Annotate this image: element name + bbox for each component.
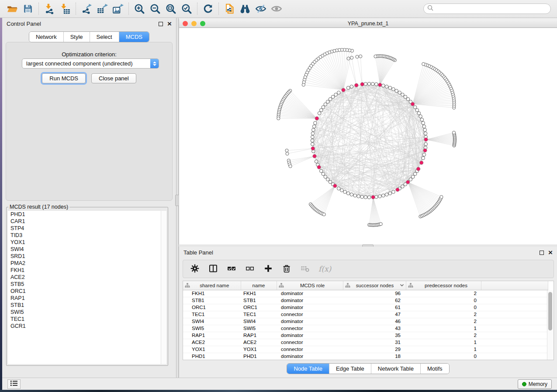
table-row[interactable]: ACE2ACE2connector311 (183, 339, 548, 346)
result-node-item[interactable]: YOX1 (8, 239, 166, 246)
run-mcds-button[interactable]: Run MCDS (42, 73, 86, 83)
zoom-fit-button[interactable] (163, 2, 179, 16)
result-node-item[interactable]: ORC1 (8, 288, 166, 295)
table-row[interactable]: YOX1YOX1connector291 (183, 346, 548, 353)
clone-network-button[interactable] (221, 2, 237, 16)
zoom-in-button[interactable] (131, 2, 147, 16)
cell-shared-name: TEC1 (183, 311, 241, 318)
cell-predecessor-nodes: 2 (406, 290, 481, 297)
add-row-button[interactable] (263, 264, 273, 275)
toolbar-separator (76, 3, 76, 15)
table-row[interactable]: ORC1ORC1dominator610 (183, 304, 548, 311)
open-session-button[interactable] (4, 2, 20, 16)
result-node-item[interactable]: RAP1 (8, 295, 166, 302)
zoom-selected-icon (181, 3, 192, 14)
desktop-wallpaper-bottom (0, 390, 557, 392)
column-header-name[interactable]: name (241, 281, 277, 290)
result-node-item[interactable]: PHD1 (8, 211, 166, 218)
search-input[interactable] (436, 6, 547, 12)
mcds-tab-content: Optimization criterion: largest connecte… (6, 42, 173, 201)
export-network-button[interactable] (79, 2, 94, 16)
optimization-criterion-label: Optimization criterion: (6, 51, 172, 58)
network-window-title: YPA_prune.txt_1 (179, 21, 557, 27)
zoom-out-button[interactable] (147, 2, 163, 16)
network-search-box[interactable] (423, 3, 551, 14)
export-image-button[interactable] (110, 2, 126, 16)
zoom-fit-icon (165, 3, 176, 14)
plus-icon (263, 264, 273, 275)
result-node-item[interactable]: GCR1 (8, 323, 166, 330)
table-scrollbar-thumb[interactable] (548, 292, 552, 330)
mcds-result-list[interactable]: PHD1CAR1STP4TID3YOX1SWI4SRD1PMA2FKH1ACE2… (8, 211, 166, 364)
table-tab-network-table[interactable]: Network Table (371, 364, 420, 374)
zoom-selected-button[interactable] (179, 2, 194, 16)
dropdown-stepper-icon (150, 59, 159, 68)
close-panel-button[interactable]: Close panel (91, 73, 136, 83)
function-builder-button: f(x) (318, 265, 331, 273)
table-row[interactable]: PHD1PHD1dominator180 (183, 353, 548, 360)
cell-predecessor-nodes: 2 (406, 311, 481, 318)
network-window-titlebar[interactable]: YPA_prune.txt_1 (179, 19, 557, 28)
zoom-in-icon (134, 3, 145, 14)
delete-row-button[interactable] (282, 264, 291, 275)
result-node-item[interactable]: SRD1 (8, 253, 166, 260)
table-row[interactable]: FKH1FKH1dominator962 (183, 290, 548, 297)
table-row[interactable]: SWI4SWI4dominator462 (183, 318, 548, 325)
cell-successor-nodes: 18 (343, 353, 406, 360)
table-settings-button[interactable] (190, 264, 200, 275)
table-scrollbar[interactable] (547, 290, 554, 360)
show-columns-button[interactable] (208, 264, 218, 275)
result-list-scrollbar[interactable] (161, 211, 166, 364)
table-row[interactable]: RAP1RAP1dominator352 (183, 332, 548, 339)
table-row[interactable]: TEC1TEC1connector472 (183, 311, 548, 318)
result-node-item[interactable]: STB5 (8, 281, 166, 288)
tab-select[interactable]: Select (90, 32, 119, 42)
hide-selected-button[interactable] (253, 2, 269, 16)
column-header-successor-nodes[interactable]: successor nodes (343, 281, 406, 290)
search-network-button[interactable] (237, 2, 253, 16)
memory-button[interactable]: Memory (518, 379, 552, 389)
show-all-button[interactable] (269, 2, 284, 16)
result-node-item[interactable]: SWI5 (8, 309, 166, 316)
network-graph[interactable] (179, 28, 557, 244)
search-icon (427, 5, 433, 13)
result-node-item[interactable]: SWI4 (8, 246, 166, 253)
cell-mcds-role: dominator (277, 297, 343, 304)
float-panel-icon[interactable] (159, 22, 163, 26)
column-header-shared-name[interactable]: shared name (183, 281, 241, 290)
table-row[interactable]: STB1STB1dominator620 (183, 297, 548, 304)
column-header-mcds-role[interactable]: MCDS role (277, 281, 343, 290)
table-tab-node-table[interactable]: Node Table (287, 364, 329, 374)
tab-network[interactable]: Network (29, 32, 63, 42)
criterion-dropdown[interactable]: largest connected component (undirected) (22, 58, 159, 69)
import-network-button[interactable] (42, 2, 57, 16)
cell-mcds-role: connector (277, 346, 343, 353)
result-node-item[interactable]: STB1 (8, 302, 166, 309)
result-node-item[interactable]: TID3 (8, 232, 166, 239)
task-history-button[interactable] (7, 379, 21, 389)
result-node-item[interactable]: STP4 (8, 225, 166, 232)
result-node-item[interactable]: TEC1 (8, 316, 166, 323)
network-canvas[interactable] (179, 28, 557, 244)
refresh-button[interactable] (200, 2, 216, 16)
float-panel-icon[interactable] (540, 251, 544, 255)
tab-style[interactable]: Style (63, 32, 90, 42)
column-header-predecessor-nodes[interactable]: predecessor nodes (406, 281, 481, 290)
export-table-button[interactable] (94, 2, 110, 16)
table-panel-title: Table Panel (183, 249, 213, 256)
deselect-all-button[interactable] (245, 264, 255, 275)
save-session-button[interactable] (20, 2, 36, 16)
table-row[interactable]: SWI5SWI5connector431 (183, 325, 548, 332)
select-all-button[interactable] (227, 264, 236, 275)
result-node-item[interactable]: ACE2 (8, 274, 166, 281)
import-table-button[interactable] (57, 2, 73, 16)
tab-mcds[interactable]: MCDS (119, 32, 149, 42)
table-tab-edge-table[interactable]: Edge Table (329, 364, 371, 374)
close-panel-icon[interactable]: × (167, 22, 172, 26)
result-node-item[interactable]: CAR1 (8, 218, 166, 225)
node-table: shared namenameMCDS rolesuccessor nodesp… (183, 281, 548, 360)
close-panel-icon[interactable]: × (548, 251, 553, 255)
result-node-item[interactable]: FKH1 (8, 267, 166, 274)
table-tab-motifs[interactable]: Motifs (420, 364, 449, 374)
result-node-item[interactable]: PMA2 (8, 260, 166, 267)
